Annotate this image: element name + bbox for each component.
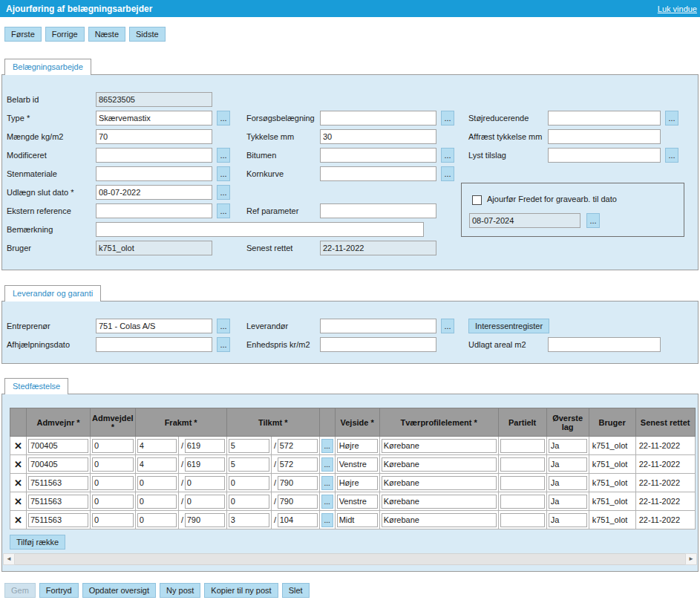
tvaerprofil-input[interactable] — [382, 476, 497, 490]
stenmateriale-lookup-button[interactable]: ... — [217, 166, 230, 181]
delete-button[interactable]: Slet — [282, 583, 310, 598]
admvejdel-input[interactable] — [92, 513, 134, 527]
tab-leverandoer-og-garanti[interactable]: Leverandør og garanti — [4, 285, 101, 302]
modificeret-lookup-button[interactable]: ... — [217, 148, 230, 163]
oeverste-lag-input[interactable] — [549, 439, 587, 453]
vejside-input[interactable] — [337, 513, 378, 527]
delete-row-icon[interactable]: ✕ — [12, 476, 24, 490]
copy-to-new-record-button[interactable]: Kopier til ny post — [204, 583, 278, 598]
tilkmt-km-input[interactable] — [229, 476, 269, 490]
partielt-input[interactable] — [500, 495, 545, 509]
affraest-tykkelse-field[interactable] — [548, 129, 661, 144]
admvejdel-input[interactable] — [92, 457, 134, 472]
partielt-input[interactable] — [500, 513, 545, 527]
tvaerprofil-input[interactable] — [382, 513, 497, 527]
forsoegsbelaegning-field[interactable] — [320, 111, 436, 126]
partielt-input[interactable] — [500, 439, 545, 453]
frakmt-km-input[interactable] — [137, 513, 177, 527]
update-overview-button[interactable]: Opdater oversigt — [82, 583, 156, 598]
admvejdel-input[interactable] — [92, 476, 134, 490]
row-lookup-button[interactable]: ... — [321, 476, 333, 490]
frakmt-km-input[interactable] — [137, 495, 177, 509]
ekstern-reference-field[interactable] — [96, 203, 212, 218]
last-record-button[interactable]: Sidste — [129, 27, 166, 42]
udlaegn-slut-dato-lookup-button[interactable]: ... — [217, 185, 230, 200]
bemaerkning-field[interactable] — [96, 222, 424, 237]
oeverste-lag-input[interactable] — [549, 495, 587, 509]
tilkmt-m-input[interactable] — [278, 476, 318, 490]
type-lookup-button[interactable]: ... — [217, 111, 230, 126]
oeverste-lag-input[interactable] — [549, 476, 587, 490]
partielt-input[interactable] — [500, 457, 545, 472]
vejside-input[interactable] — [337, 439, 378, 453]
admvejdel-input[interactable] — [92, 439, 134, 453]
vejside-input[interactable] — [337, 476, 378, 490]
tilkmt-m-input[interactable] — [278, 439, 318, 453]
tilkmt-m-input[interactable] — [278, 513, 318, 527]
oeverste-lag-input[interactable] — [549, 457, 587, 472]
kornkurve-field[interactable] — [320, 166, 436, 181]
maengde-field[interactable] — [96, 129, 212, 144]
ekstern-reference-lookup-button[interactable]: ... — [217, 203, 230, 218]
delete-row-icon[interactable]: ✕ — [12, 495, 24, 509]
add-row-button[interactable]: Tilføj række — [10, 535, 65, 550]
close-window-link[interactable]: Luk vindue — [658, 4, 697, 13]
horizontal-scrollbar[interactable]: ◄ ► — [3, 553, 697, 565]
frakmt-km-input[interactable] — [137, 457, 177, 472]
tab-belaegningsarbejde[interactable]: Belægningsarbejde — [4, 59, 91, 75]
row-lookup-button[interactable]: ... — [321, 495, 333, 509]
lyst-tilslag-field[interactable] — [548, 148, 661, 163]
row-lookup-button[interactable]: ... — [321, 457, 333, 472]
tilkmt-km-input[interactable] — [229, 457, 269, 472]
frakmt-m-input[interactable] — [185, 513, 225, 527]
undo-button[interactable]: Fortryd — [39, 583, 79, 598]
frakmt-m-input[interactable] — [185, 457, 225, 472]
row-lookup-button[interactable]: ... — [321, 513, 333, 527]
udlaegn-slut-dato-field[interactable] — [96, 185, 212, 200]
delete-row-icon[interactable]: ✕ — [12, 457, 24, 472]
bitumen-lookup-button[interactable]: ... — [441, 148, 454, 163]
scrollbar-thumb[interactable] — [15, 553, 685, 565]
tvaerprofil-input[interactable] — [382, 495, 497, 509]
tvaerprofil-input[interactable] — [382, 439, 497, 453]
tab-stedfaestelse[interactable]: Stedfæstelse — [4, 378, 68, 394]
frakmt-m-input[interactable] — [185, 439, 225, 453]
vejside-input[interactable] — [337, 457, 378, 472]
frakmt-km-input[interactable] — [137, 439, 177, 453]
tilkmt-km-input[interactable] — [229, 439, 269, 453]
fredet-checkbox[interactable] — [472, 195, 482, 205]
leverandoer-lookup-button[interactable]: ... — [441, 319, 454, 333]
partielt-input[interactable] — [500, 476, 545, 490]
tykkelse-field[interactable] — [320, 129, 436, 144]
admvejnr-input[interactable] — [28, 457, 88, 472]
vejside-input[interactable] — [337, 495, 378, 509]
afhjaelpningsdato-lookup-button[interactable]: ... — [217, 337, 230, 352]
frakmt-km-input[interactable] — [137, 476, 177, 490]
admvejnr-input[interactable] — [28, 495, 88, 509]
scroll-right-icon[interactable]: ► — [685, 553, 697, 565]
tilkmt-km-input[interactable] — [229, 513, 269, 527]
admvejnr-input[interactable] — [28, 439, 88, 453]
delete-row-icon[interactable]: ✕ — [12, 513, 24, 527]
tilkmt-km-input[interactable] — [229, 495, 269, 509]
frakmt-m-input[interactable] — [185, 476, 225, 490]
delete-row-icon[interactable]: ✕ — [12, 439, 24, 453]
scroll-left-icon[interactable]: ◄ — [3, 553, 15, 565]
tvaerprofil-input[interactable] — [382, 457, 497, 472]
afhjaelpningsdato-field[interactable] — [96, 337, 212, 352]
kornkurve-lookup-button[interactable]: ... — [441, 166, 454, 181]
frakmt-m-input[interactable] — [185, 495, 225, 509]
oeverste-lag-input[interactable] — [549, 513, 587, 527]
stoejreducerende-lookup-button[interactable]: ... — [665, 111, 678, 126]
enhedspris-field[interactable] — [320, 337, 436, 352]
udlagt-areal-field[interactable] — [548, 337, 661, 352]
tilkmt-m-input[interactable] — [278, 495, 318, 509]
tilkmt-m-input[interactable] — [278, 457, 318, 472]
interessentregister-button[interactable]: Interessentregister — [468, 319, 549, 333]
row-lookup-button[interactable]: ... — [321, 439, 333, 453]
ref-parameter-field[interactable] — [320, 203, 436, 218]
new-record-button[interactable]: Ny post — [160, 583, 200, 598]
entreprenoer-lookup-button[interactable]: ... — [217, 319, 230, 333]
admvejdel-input[interactable] — [92, 495, 134, 509]
lyst-tilslag-lookup-button[interactable]: ... — [665, 148, 678, 163]
